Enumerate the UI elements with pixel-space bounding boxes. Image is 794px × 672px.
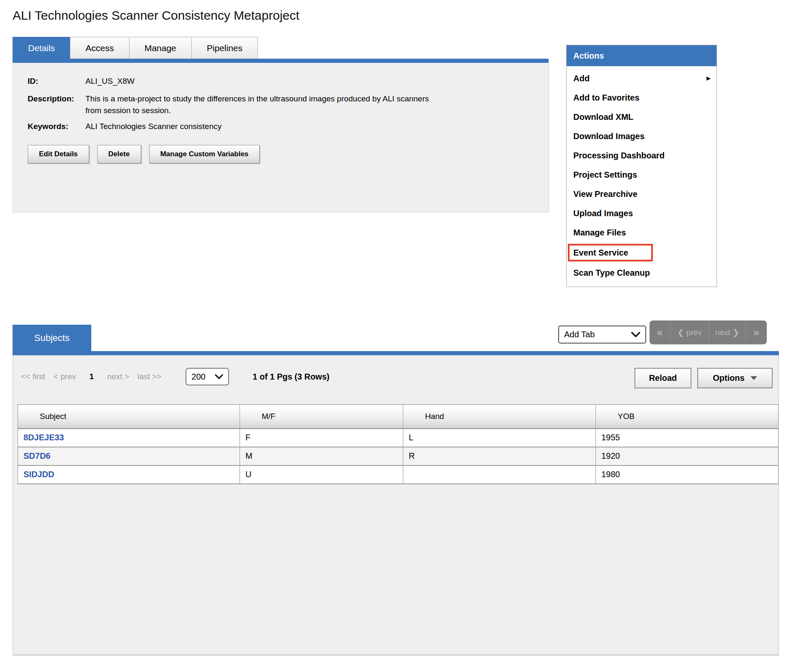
column-header-subject[interactable]: Subject [18,405,240,429]
action-upload-images[interactable]: Upload Images [567,204,717,223]
mf-cell: M [240,447,403,465]
page-size-select[interactable]: 200 [186,368,229,385]
tab-manage[interactable]: Manage [129,37,192,59]
action-event-service-label: Event Service [573,248,628,257]
tab-subjects[interactable]: Subjects [13,325,91,351]
column-header-mf[interactable]: M/F [240,405,403,429]
tabs-first-button[interactable]: « [650,320,670,344]
chevron-down-icon [215,374,223,379]
subject-link[interactable]: SIDJDD [23,470,54,479]
description-label: Description: [28,93,85,116]
keywords-value: ALI Technologies Scanner consistency [85,121,222,132]
action-scan-type-cleanup[interactable]: Scan Type Cleanup [567,263,717,282]
action-download-xml[interactable]: Download XML [567,107,717,127]
add-tab-value: Add Tab [564,330,595,339]
options-button[interactable]: Options [697,368,773,388]
subjects-panel: << first < prev 1 next > last >> 200 1 o… [13,355,779,656]
page-size-value: 200 [191,372,205,382]
page-title: ALI Technologies Scanner Consistency Met… [13,8,299,23]
dropdown-triangle-icon [750,376,757,380]
pagination-summary: 1 of 1 Pgs (3 Rows) [253,372,329,382]
project-page: ALI Technologies Scanner Consistency Met… [0,0,794,672]
chevron-down-icon [631,332,640,337]
tabs-last-button[interactable]: » [746,320,767,344]
action-manage-files[interactable]: Manage Files [567,223,717,242]
action-view-prearchive[interactable]: View Prearchive [567,184,717,204]
manage-custom-variables-button[interactable]: Manage Custom Variables [149,145,260,163]
edit-details-button[interactable]: Edit Details [28,145,89,163]
tab-access[interactable]: Access [70,37,129,59]
current-page: 1 [89,372,94,381]
tabs-next-button[interactable]: next ❯ [709,320,746,344]
tab-details[interactable]: Details [13,37,70,59]
actions-header: Actions [567,45,717,66]
hand-cell: L [403,429,596,447]
details-button-row: Edit Details Delete Manage Custom Variab… [28,145,548,163]
options-button-label: Options [713,373,745,383]
yob-cell: 1920 [596,447,779,465]
subjects-tab-underline [13,351,779,355]
tabs-prev-button[interactable]: ❮ prev [670,320,709,344]
action-add-to-favorites[interactable]: Add to Favorites [567,88,717,107]
subject-link[interactable]: 8DJEJE33 [23,433,64,442]
project-tabstrip: Details Access Manage Pipelines [13,37,258,59]
action-add-label: Add [573,74,590,83]
yob-cell: 1955 [596,429,779,447]
add-tab-select[interactable]: Add Tab [558,326,646,344]
table-header-row: Subject M/F Hand YOB [18,405,779,429]
actions-panel: Actions Add ▶ Add to Favorites Download … [566,45,717,287]
column-header-yob[interactable]: YOB [596,405,779,429]
subjects-table: Subject M/F Hand YOB 8DJEJE33 F L 1955 S… [18,404,779,484]
reload-button[interactable]: Reload [634,368,691,388]
subject-link[interactable]: SD7D6 [23,451,50,460]
action-processing-dashboard[interactable]: Processing Dashboard [567,146,717,165]
column-header-hand[interactable]: Hand [403,405,596,429]
last-page-link[interactable]: last >> [137,372,161,381]
event-service-highlight: Event Service [568,244,653,261]
description-value: This is a meta-project to study the diff… [85,93,446,116]
delete-button[interactable]: Delete [97,145,141,163]
details-tab-underline [13,59,549,63]
id-label: ID: [28,75,85,87]
table-row: SIDJDD U 1980 [18,465,779,484]
keywords-label: Keywords: [28,121,85,132]
action-download-images[interactable]: Download Images [567,127,717,146]
details-panel: ID: ALI_US_X8W Description: This is a me… [13,63,549,212]
hand-cell: R [403,447,596,465]
hand-cell [403,465,596,484]
first-page-link[interactable]: << first [21,372,45,381]
action-event-service[interactable]: Event Service [567,242,717,263]
table-row: 8DJEJE33 F L 1955 [18,429,779,447]
tab-pager: « ❮ prev next ❯ » [650,320,767,344]
next-page-link[interactable]: next > [107,372,129,381]
prev-page-link[interactable]: < prev [54,372,76,381]
yob-cell: 1980 [596,465,779,484]
id-value: ALI_US_X8W [85,75,134,87]
mf-cell: U [240,465,403,484]
pagination-row: << first < prev 1 next > last >> 200 1 o… [21,367,330,386]
action-project-settings[interactable]: Project Settings [567,165,717,184]
submenu-arrow-icon: ▶ [706,73,711,83]
mf-cell: F [240,429,403,447]
tab-pipelines[interactable]: Pipelines [191,37,258,59]
table-row: SD7D6 M R 1920 [18,447,779,465]
action-add[interactable]: Add ▶ [567,69,717,88]
